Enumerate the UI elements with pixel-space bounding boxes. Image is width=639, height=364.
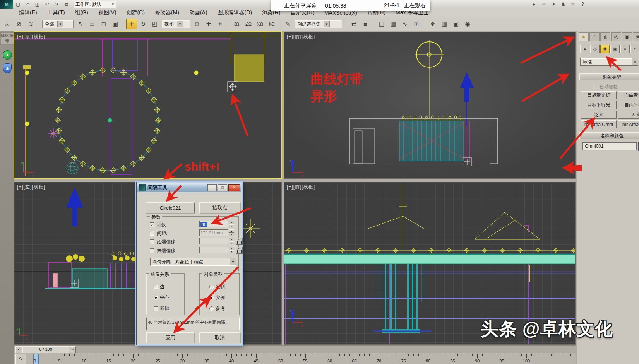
autogrid-checkbox[interactable]: [593, 85, 597, 89]
named-selection-sets-dropdown[interactable]: 创建选择集▼: [295, 20, 342, 28]
schematic-view-icon[interactable]: ⊞: [411, 19, 422, 29]
window-crossing-icon[interactable]: ▣: [110, 19, 121, 29]
cancel-button[interactable]: 取消: [199, 332, 240, 343]
light-button[interactable]: mr Area Spot: [618, 120, 639, 128]
light-button[interactable]: 目标聚光灯: [581, 91, 617, 99]
category-lights-icon[interactable]: ✺: [600, 45, 610, 53]
lock-icon[interactable]: [236, 238, 243, 245]
select-and-manipulate-icon[interactable]: ✚: [203, 19, 214, 29]
align-icon[interactable]: ≡: [360, 19, 371, 29]
keyboard-shortcut-override-icon[interactable]: ⌗: [215, 19, 226, 29]
name-color-rollout[interactable]: − 名称和颜色: [579, 132, 639, 139]
spinner[interactable]: ▲▼: [229, 221, 234, 227]
parameter-field[interactable]: [199, 247, 228, 253]
parameter-field[interactable]: 40: [199, 221, 228, 227]
render-setup-icon[interactable]: ▥: [439, 19, 450, 29]
dialog-title-bar[interactable]: 间隔工具 — □ ✕: [137, 183, 241, 192]
option-复制[interactable]: 复制: [209, 284, 225, 290]
time-slider[interactable]: 0 / 100: [22, 346, 69, 353]
object-type-rollout[interactable]: − 对象类型: [579, 73, 639, 80]
sign-in-icon[interactable]: ✦: [549, 0, 558, 8]
viewport-front-lower-label[interactable]: [+][前][线框]: [287, 184, 315, 190]
menu-animation[interactable]: 动画(A): [184, 9, 212, 17]
menu-edit[interactable]: 编辑(E): [14, 9, 42, 17]
menu-graph-editors[interactable]: 图形编辑器(D): [212, 9, 257, 17]
menu-views[interactable]: 视图(V): [93, 9, 122, 17]
bind-to-space-warp-icon[interactable]: ≋: [25, 19, 36, 29]
menu-tools[interactable]: 工具(T): [42, 9, 70, 17]
option-中心[interactable]: 中心: [154, 294, 169, 301]
viewport-left-label[interactable]: [+][左][线框]: [17, 184, 45, 190]
select-and-move-icon[interactable]: ✛: [126, 19, 137, 29]
tab-create[interactable]: ✶: [579, 32, 589, 41]
parameter-checkbox[interactable]: [150, 239, 154, 244]
selection-filter-dropdown[interactable]: 全部▼: [42, 20, 74, 28]
option-边[interactable]: 边: [154, 284, 164, 290]
app-logo[interactable]: M: [0, 0, 13, 9]
rectangular-selection-region-icon[interactable]: ◻: [98, 19, 109, 29]
previous-frame-button[interactable]: <: [15, 346, 22, 353]
tab-modify[interactable]: ◠: [589, 32, 600, 41]
parameter-checkbox[interactable]: [150, 231, 154, 236]
viewport-front-upper[interactable]: zx [+][前][线框]: [284, 32, 576, 179]
viewport-top-label[interactable]: [+][顶][线框]: [17, 34, 45, 40]
redo-icon[interactable]: ↷: [52, 0, 61, 8]
radio-button[interactable]: [209, 296, 214, 300]
spinner[interactable]: ▲▼: [229, 229, 234, 236]
flyout-arrow-icon[interactable]: ▸: [530, 0, 539, 8]
distribution-dropdown[interactable]: 均匀分隔，对象位于端点 ▼: [150, 258, 236, 266]
tab-hierarchy[interactable]: ⋔: [600, 32, 610, 41]
communication-icon[interactable]: ♞: [559, 0, 568, 8]
menu-modifiers[interactable]: 修改器(M): [150, 9, 184, 17]
snaps-toggle-3d-icon[interactable]: 3Ω: [231, 19, 242, 29]
minimize-button[interactable]: —: [207, 184, 217, 191]
menu-group[interactable]: 组(G): [70, 9, 93, 17]
spinner-snap-icon[interactable]: ⇅Ω: [266, 19, 277, 29]
tab-display[interactable]: ▣: [622, 32, 632, 41]
save-file-icon[interactable]: ◫: [33, 0, 42, 8]
strip-scroll-arrows[interactable]: ‹ ›: [1, 77, 13, 82]
ribbon-toggle-icon[interactable]: ▦: [388, 19, 399, 29]
radio-button[interactable]: [154, 285, 158, 289]
parameter-field[interactable]: [199, 238, 228, 244]
option-实例[interactable]: 实例: [209, 294, 225, 301]
new-file-icon[interactable]: ▢: [14, 0, 22, 8]
light-button[interactable]: 自由平行光: [618, 101, 639, 109]
light-button[interactable]: 泛光: [581, 111, 617, 119]
help-icon[interactable]: ?: [578, 0, 587, 8]
category-spacewarps-icon[interactable]: ≈: [630, 45, 639, 53]
strip-next-icon[interactable]: ›: [11, 77, 13, 82]
tab-utilities[interactable]: ⚒: [633, 32, 639, 41]
undo-icon[interactable]: ↶: [43, 0, 51, 8]
open-mini-curve-editor-button[interactable]: ∿: [15, 354, 26, 364]
select-by-name-icon[interactable]: ☰: [87, 19, 98, 29]
project-folder-icon[interactable]: ⧉: [62, 0, 71, 8]
pick-points-button[interactable]: 拾取点: [199, 202, 240, 213]
reference-coordinate-dropdown[interactable]: 视图▼: [162, 20, 190, 28]
select-and-link-icon[interactable]: ∞: [2, 19, 13, 29]
antivirus-shield-icon[interactable]: ✱: [3, 63, 12, 73]
category-shapes-icon[interactable]: ◇: [590, 45, 600, 53]
percent-snap-icon[interactable]: %Ω: [254, 19, 265, 29]
light-type-dropdown[interactable]: 标准 ▼: [580, 58, 638, 66]
use-pivot-center-icon[interactable]: ⊕: [192, 19, 202, 29]
radio-button[interactable]: [154, 296, 158, 300]
radio-button[interactable]: [209, 306, 214, 311]
antivirus-plane-icon[interactable]: ✈: [3, 50, 12, 60]
checkbox[interactable]: [154, 306, 158, 311]
render-production-icon[interactable]: ◉: [462, 19, 473, 29]
maximize-button[interactable]: □: [218, 184, 227, 191]
category-geometry-icon[interactable]: ●: [580, 45, 589, 53]
select-object-icon[interactable]: ↖: [75, 19, 86, 29]
viewport-front-lower[interactable]: zx [+][前][线框]: [284, 182, 576, 345]
light-button[interactable]: mr Area Omni: [581, 120, 617, 128]
pick-path-button[interactable]: Circle021: [146, 202, 195, 213]
rendered-frame-window-icon[interactable]: ▣: [451, 19, 461, 29]
open-file-icon[interactable]: ▱: [23, 0, 32, 8]
category-helpers-icon[interactable]: ⌖: [620, 45, 630, 53]
autogrid-row[interactable]: 自动栅格: [593, 84, 618, 90]
tab-motion[interactable]: ◎: [611, 32, 621, 41]
light-button[interactable]: 天光: [618, 111, 639, 119]
option-参考[interactable]: 参考: [209, 305, 225, 312]
option-跟随[interactable]: 跟随: [154, 305, 170, 312]
